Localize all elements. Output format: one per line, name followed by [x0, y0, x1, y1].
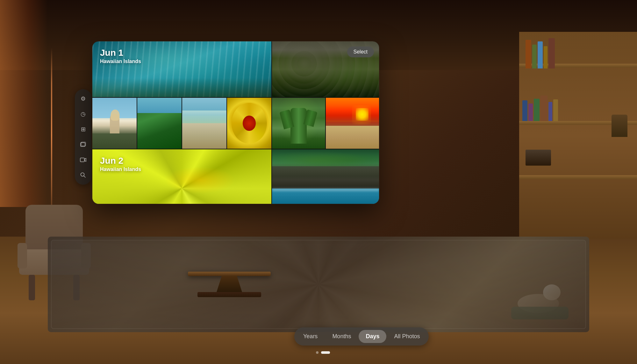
display-stand — [185, 272, 274, 297]
photo-right-top[interactable]: Select — [272, 41, 379, 97]
albums-icon — [80, 141, 86, 148]
sidebar-icon-video[interactable] — [77, 153, 89, 166]
tab-months[interactable]: Months — [325, 330, 358, 343]
video-icon — [80, 157, 86, 162]
window-light — [0, 0, 48, 207]
search-icon — [80, 172, 86, 178]
jun1-date: Jun 1 — [100, 48, 141, 58]
jun1-location: Hawaiian Islands — [100, 59, 141, 64]
right-mid-row — [272, 98, 379, 149]
jun1-header: Jun 1 Hawaiian Islands — [92, 41, 271, 97]
ambient-light — [51, 48, 52, 223]
sidebar: ⚙ ◷ ⊞ — [75, 89, 91, 185]
sidebar-icon-search[interactable] — [77, 169, 89, 182]
tab-years[interactable]: Years — [296, 330, 325, 343]
sidebar-icon-recents[interactable]: ◷ — [77, 108, 89, 120]
photo-rocky-coast[interactable] — [272, 149, 379, 204]
tab-all-photos[interactable]: All Photos — [387, 330, 427, 343]
sidebar-icon-albums[interactable] — [77, 138, 89, 151]
jun2-date-label: Jun 2 Hawaiian Islands — [100, 156, 141, 172]
shelf-plank — [519, 175, 637, 179]
jun1-date-label: Jun 1 Hawaiian Islands — [100, 48, 141, 64]
jun2-date: Jun 2 — [100, 156, 141, 166]
svg-rect-2 — [80, 158, 84, 162]
jun2-large[interactable]: Jun 2 Hawaiian Islands — [92, 149, 271, 204]
scroll-dot-2 — [321, 351, 330, 354]
jun1-photos-row — [92, 98, 271, 149]
sidebar-icon-gear[interactable]: ⚙ — [77, 92, 89, 105]
photo-beach-waves[interactable] — [182, 98, 226, 149]
left-column: Jun 1 Hawaiian Islands — [92, 41, 271, 204]
select-button[interactable]: Select — [347, 46, 374, 57]
photo-woman-beach[interactable] — [92, 98, 137, 149]
photo-yellow-flower[interactable] — [227, 98, 271, 149]
photo-cliff[interactable] — [137, 98, 182, 149]
sidebar-icon-photos[interactable]: ⊞ — [77, 123, 89, 136]
scroll-indicator — [316, 351, 330, 354]
photos-grid: Jun 1 Hawaiian Islands — [92, 41, 379, 204]
photo-cactus[interactable] — [272, 98, 325, 149]
bookshelf-area — [519, 32, 637, 239]
photo-sunset[interactable] — [326, 98, 379, 149]
photos-window: Jun 1 Hawaiian Islands — [92, 41, 379, 204]
right-column: Select — [272, 41, 379, 204]
jun2-location: Hawaiian Islands — [100, 167, 141, 172]
scroll-dot-1 — [316, 351, 318, 354]
tab-bar: Years Months Days All Photos — [294, 327, 429, 346]
svg-line-4 — [84, 176, 85, 177]
floor-rug — [48, 237, 589, 332]
tab-days[interactable]: Days — [359, 330, 386, 343]
